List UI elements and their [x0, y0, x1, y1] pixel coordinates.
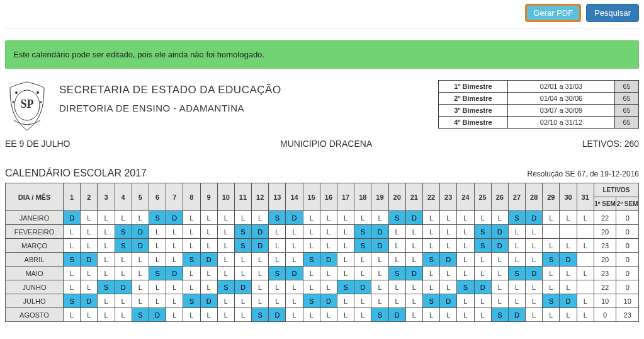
header-day: 22 [422, 183, 439, 211]
letivos-2sem: 0 [616, 267, 639, 280]
day-cell: S [183, 294, 200, 308]
day-cell: L [98, 294, 115, 308]
day-cell: L [234, 253, 251, 267]
day-cell: S [422, 294, 439, 308]
bimestre-days: 65 [615, 81, 639, 93]
day-cell: L [457, 267, 474, 280]
day-cell: L [440, 267, 457, 280]
day-cell: L [474, 267, 491, 280]
header-2sem: 2º SEM [616, 197, 639, 211]
day-cell: S [371, 308, 388, 322]
day-cell: D [526, 211, 543, 225]
day-cell: L [354, 308, 371, 322]
day-cell: S [115, 225, 132, 239]
day-cell: L [474, 294, 491, 308]
day-cell: L [132, 294, 149, 308]
day-cell: L [286, 294, 303, 308]
day-cell: L [183, 267, 200, 280]
day-cell: L [577, 239, 594, 253]
day-cell: L [388, 253, 405, 267]
day-cell: L [234, 267, 251, 280]
header-day: 12 [252, 183, 269, 211]
day-cell: L [474, 211, 491, 225]
day-cell: L [98, 253, 115, 267]
municipio-label: MUNICIPIO DRACENA [70, 139, 582, 149]
day-cell: L [252, 211, 269, 225]
day-cell: L [457, 225, 474, 239]
day-cell: D [371, 225, 388, 239]
table-row: JUNHOLLSDLLLLLSDLLLLLSDLLLLLSDLLLLL220 [6, 280, 639, 294]
day-cell: S [269, 211, 286, 225]
day-cell: D [405, 211, 422, 225]
day-cell: D [252, 239, 269, 253]
day-cell: L [440, 280, 457, 294]
header-letivos: LETIVOS [594, 183, 638, 197]
day-cell: S [388, 267, 405, 280]
day-cell: D [491, 225, 508, 239]
day-cell: L [457, 308, 474, 322]
bimestre-range: 01/04 a 30/06 [508, 93, 615, 105]
alert-banner: Este calendário pode ser editado, pois e… [5, 40, 639, 69]
day-cell: L [388, 239, 405, 253]
day-cell: L [491, 294, 508, 308]
day-cell: L [320, 280, 337, 294]
day-cell: D [354, 280, 371, 294]
day-cell: L [166, 308, 183, 322]
day-cell: L [64, 308, 81, 322]
day-cell: S [149, 267, 166, 280]
day-cell: L [183, 280, 200, 294]
school-name: EE 9 DE JULHO [5, 139, 70, 149]
gerar-pdf-button[interactable]: Gerar PDF [525, 4, 581, 22]
day-cell: S [217, 280, 234, 294]
day-cell: L [98, 225, 115, 239]
day-cell: L [98, 211, 115, 225]
day-cell: S [234, 239, 251, 253]
day-cell: L [371, 280, 388, 294]
header-dia-mes: DIA / MÊS [6, 183, 64, 211]
day-cell: L [64, 239, 81, 253]
header-day: 8 [183, 183, 200, 211]
day-cell: L [269, 280, 286, 294]
day-cell: L [234, 308, 251, 322]
svg-point-2 [15, 91, 18, 94]
day-cell: L [337, 211, 354, 225]
header-day: 14 [286, 183, 303, 211]
day-cell: S [543, 253, 560, 267]
day-cell: L [252, 294, 269, 308]
bimestres-table: 1º Bimestre02/01 a 31/03652º Bimestre01/… [438, 80, 639, 129]
day-cell: D [81, 253, 98, 267]
day-cell: L [337, 253, 354, 267]
resolution-label: Resolução SE 67, de 19-12-2016 [528, 170, 639, 178]
day-cell: L [98, 308, 115, 322]
header-day: 19 [371, 183, 388, 211]
header-day: 24 [457, 183, 474, 211]
day-cell: S [234, 225, 251, 239]
day-cell: L [286, 280, 303, 294]
day-cell: L [149, 280, 166, 294]
pesquisar-button[interactable]: Pesquisar [586, 4, 639, 22]
day-cell: L [337, 308, 354, 322]
header-day: 26 [491, 183, 508, 211]
day-cell: L [115, 211, 132, 225]
day-cell: L [405, 280, 422, 294]
day-cell: D [491, 239, 508, 253]
day-cell: L [337, 225, 354, 239]
bimestre-label: 1º Bimestre [439, 81, 508, 93]
day-cell: L [166, 253, 183, 267]
day-cell: L [337, 267, 354, 280]
day-cell: L [337, 239, 354, 253]
day-cell: L [320, 211, 337, 225]
day-cell: L [422, 308, 439, 322]
day-cell: S [474, 239, 491, 253]
header-1sem: 1º SEM [594, 197, 616, 211]
day-cell: L [543, 267, 560, 280]
bimestre-label: 2º Bimestre [439, 93, 508, 105]
day-cell: L [526, 225, 543, 239]
month-name: MARÇO [6, 239, 64, 253]
day-cell: D [440, 253, 457, 267]
calendar-title: CALENDÁRIO ESCOLAR 2017 [5, 168, 147, 179]
day-cell: L [81, 239, 98, 253]
day-cell: L [183, 225, 200, 239]
day-cell: D [320, 294, 337, 308]
header-day: 23 [440, 183, 457, 211]
